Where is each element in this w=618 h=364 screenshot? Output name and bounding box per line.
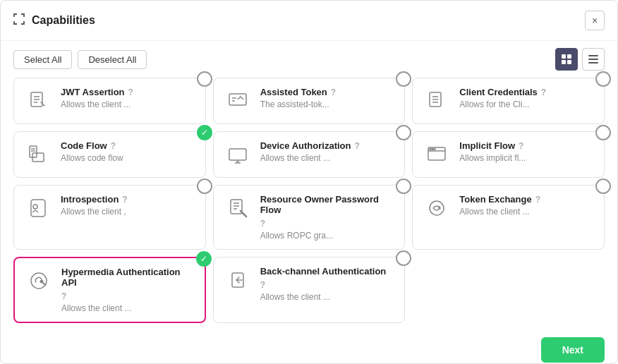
svg-point-28	[432, 149, 433, 150]
help-icon-implicit-flow[interactable]: ?	[519, 141, 523, 151]
svg-rect-5	[588, 59, 598, 60]
svg-rect-22	[229, 149, 246, 160]
help-icon-hypermedia-auth-api[interactable]: ?	[61, 291, 66, 301]
back-channel-icon	[224, 266, 252, 294]
card-desc-jwt-assertion: Allows the client ...	[61, 99, 195, 109]
select-circle-implicit-flow[interactable]	[595, 125, 611, 140]
capability-card-back-channel[interactable]: Back-channel Authentication ?Allows the …	[213, 257, 406, 323]
card-content-introspection: Introspection ?Allows the client ,	[61, 194, 195, 217]
grid-view-button[interactable]	[555, 48, 578, 71]
capability-card-token-exchange[interactable]: Token Exchange ?Allows the client ...	[412, 185, 605, 250]
capability-card-hypermedia-auth-api[interactable]: ✓Hypermedia Authentication API ?Allows t…	[13, 257, 206, 323]
card-desc-device-authorization: Allows the client ...	[260, 153, 395, 163]
card-title-assisted-token: Assisted Token ?	[260, 87, 395, 97]
svg-rect-19	[30, 146, 37, 157]
capability-card-code-flow[interactable]: ✓Code Flow ?Allows code flow	[13, 131, 206, 178]
svg-rect-3	[567, 60, 571, 64]
card-desc-resource-owner: Allows ROPC gra...	[260, 231, 395, 241]
select-circle-assisted-token[interactable]	[396, 71, 411, 87]
dialog-title: Capabilities	[32, 14, 95, 27]
card-desc-assisted-token: The assisted-tok...	[260, 99, 395, 109]
capability-card-client-credentials[interactable]: Client Credentials ?Allows for the Cli..…	[412, 78, 605, 124]
select-circle-code-flow[interactable]: ✓	[197, 125, 212, 140]
card-title-device-authorization: Device Authorization ?	[260, 140, 395, 151]
select-circle-resource-owner[interactable]	[396, 178, 411, 194]
select-circle-back-channel[interactable]	[396, 250, 411, 266]
jwt-assertion-icon	[24, 87, 52, 115]
card-title-code-flow: Code Flow ?	[61, 140, 195, 151]
help-icon-device-authorization[interactable]: ?	[354, 141, 359, 151]
help-icon-assisted-token[interactable]: ?	[331, 87, 336, 97]
close-button[interactable]: ×	[585, 11, 605, 30]
svg-line-32	[35, 210, 38, 212]
dialog-header: Capabilities ×	[1, 1, 617, 41]
card-title-resource-owner: Resource Owner Password Flow ?	[260, 194, 395, 229]
svg-rect-6	[588, 62, 598, 63]
card-title-jwt-assertion: JWT Assertion ?	[61, 87, 195, 97]
resource-owner-icon	[224, 194, 252, 222]
capability-card-device-authorization[interactable]: Device Authorization ?Allows the client …	[213, 131, 406, 178]
help-icon-resource-owner[interactable]: ?	[260, 219, 265, 229]
card-content-client-credentials: Client Credentials ?Allows for the Cli..…	[459, 87, 594, 109]
card-desc-client-credentials: Allows for the Cli...	[459, 99, 594, 109]
card-title-hypermedia-auth-api: Hypermedia Authentication API ?	[61, 267, 195, 301]
card-desc-implicit-flow: Allows implicit fl...	[459, 153, 594, 163]
card-title-back-channel: Back-channel Authentication ?	[260, 266, 395, 290]
card-content-device-authorization: Device Authorization ?Allows the client …	[260, 140, 395, 163]
select-all-button[interactable]: Select All	[13, 50, 72, 69]
code-flow-icon	[24, 140, 52, 169]
card-desc-back-channel: Allows the client ...	[260, 292, 395, 302]
svg-point-39	[31, 273, 47, 289]
card-content-implicit-flow: Implicit Flow ?Allows implicit fl...	[459, 140, 594, 163]
toolbar-right	[555, 48, 605, 71]
dialog-title-area: Capabilities	[13, 13, 95, 28]
capability-card-assisted-token[interactable]: Assisted Token ?The assisted-tok...	[213, 78, 406, 124]
card-content-back-channel: Back-channel Authentication ?Allows the …	[260, 266, 395, 302]
svg-point-38	[430, 201, 444, 215]
svg-rect-2	[562, 60, 566, 64]
card-content-assisted-token: Assisted Token ?The assisted-tok...	[260, 87, 395, 109]
capability-card-introspection[interactable]: Introspection ?Allows the client ,	[13, 185, 206, 250]
card-title-implicit-flow: Implicit Flow ?	[459, 140, 594, 151]
capabilities-dialog: Capabilities × Select All Deselect All	[0, 0, 618, 364]
footer: Next	[1, 330, 617, 364]
implicit-flow-icon	[423, 140, 451, 169]
capability-card-jwt-assertion[interactable]: JWT Assertion ?Allows the client ...	[13, 78, 206, 124]
deselect-all-button[interactable]: Deselect All	[78, 50, 147, 69]
select-circle-introspection[interactable]	[197, 178, 212, 194]
svg-point-30	[33, 205, 37, 209]
svg-line-41	[43, 283, 45, 285]
card-content-token-exchange: Token Exchange ?Allows the client ...	[459, 194, 594, 217]
card-desc-code-flow: Allows code flow	[61, 153, 195, 163]
help-icon-back-channel[interactable]: ?	[260, 280, 265, 290]
select-circle-jwt-assertion[interactable]	[197, 71, 212, 87]
help-icon-introspection[interactable]: ?	[122, 195, 127, 205]
select-circle-client-credentials[interactable]	[595, 71, 611, 87]
svg-point-27	[430, 149, 431, 150]
hypermedia-auth-api-icon	[25, 267, 53, 295]
help-icon-jwt-assertion[interactable]: ?	[128, 87, 133, 97]
introspection-icon	[24, 194, 52, 222]
card-desc-introspection: Allows the client ,	[61, 207, 195, 217]
client-credentials-icon	[423, 87, 451, 115]
card-title-introspection: Introspection ?	[61, 194, 195, 205]
help-icon-code-flow[interactable]: ?	[111, 141, 116, 151]
svg-line-31	[32, 210, 35, 212]
svg-rect-1	[567, 54, 571, 59]
list-view-button[interactable]	[582, 48, 605, 71]
help-icon-client-credentials[interactable]: ?	[541, 87, 546, 97]
toolbar-left: Select All Deselect All	[13, 50, 147, 69]
card-desc-token-exchange: Allows the client ...	[459, 207, 594, 217]
card-content-resource-owner: Resource Owner Password Flow ?Allows ROP…	[260, 194, 395, 241]
capability-card-resource-owner[interactable]: Resource Owner Password Flow ?Allows ROP…	[213, 185, 406, 250]
card-title-token-exchange: Token Exchange ?	[459, 194, 594, 205]
help-icon-token-exchange[interactable]: ?	[535, 195, 540, 205]
select-circle-hypermedia-auth-api[interactable]: ✓	[196, 251, 212, 267]
svg-point-29	[434, 149, 435, 150]
next-button[interactable]: Next	[541, 337, 605, 363]
card-content-jwt-assertion: JWT Assertion ?Allows the client ...	[61, 87, 195, 109]
select-circle-token-exchange[interactable]	[595, 178, 611, 194]
select-circle-device-authorization[interactable]	[396, 125, 411, 140]
capability-card-implicit-flow[interactable]: Implicit Flow ?Allows implicit fl...	[412, 131, 605, 178]
card-desc-hypermedia-auth-api: Allows the client ...	[61, 303, 195, 313]
